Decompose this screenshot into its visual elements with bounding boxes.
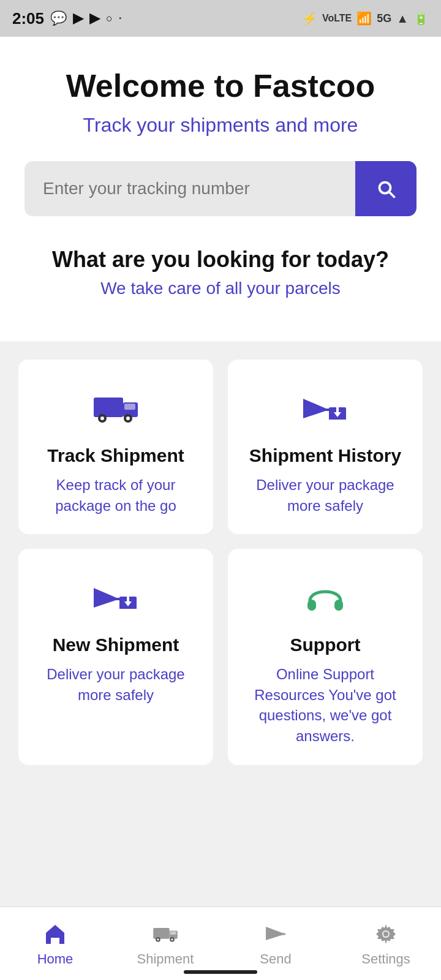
settings-icon [372,921,399,948]
youtube2-icon: ▶ [89,10,100,26]
time-display: 2:05 [12,9,44,28]
battery-icon: 🔋 [413,11,429,26]
tracking-input[interactable] [24,161,355,216]
bluetooth-icon: ⚡ [302,11,317,26]
bottom-nav: Home Shipment Send [0,907,441,980]
svg-point-27 [171,938,173,940]
svg-rect-21 [153,928,169,939]
new-ship-icon [91,573,140,622]
bottom-spacer [0,783,441,869]
svg-rect-12 [329,420,346,422]
card-track-desc: Keep track of your package on the go [33,475,198,516]
search-button[interactable] [355,161,417,216]
card-shipment-history[interactable]: Shipment History Deliver your package mo… [228,360,423,534]
nav-label-settings: Settings [361,951,410,967]
svg-point-32 [383,932,388,937]
truck-icon [91,384,140,433]
section-title: What are you looking for today? [24,247,417,273]
card-history-title: Shipment History [249,445,401,466]
svg-rect-2 [124,404,135,410]
card-new-desc: Deliver your package more safely [33,664,198,705]
card-track-title: Track Shipment [47,445,184,466]
section-subtitle: We take care of all your parcels [24,279,417,298]
nav-item-send[interactable]: Send [221,914,331,973]
volte-icon: VoLTE [322,13,352,24]
wifi-icon: 📶 [356,11,372,26]
history-icon [301,384,350,433]
nav-item-home[interactable]: Home [0,914,110,973]
status-time: 2:05 💬 ▶ ▶ ○ · [12,9,121,28]
status-bar: 2:05 💬 ▶ ▶ ○ · ⚡ VoLTE 📶 5G ▲ 🔋 [0,0,441,37]
svg-point-25 [157,938,159,940]
shipment-nav-icon [152,921,179,948]
svg-point-6 [126,417,130,420]
headphone-icon [304,573,347,622]
status-right-area: ⚡ VoLTE 📶 5G ▲ 🔋 [302,11,429,26]
svg-rect-23 [170,931,176,935]
card-track-shipment[interactable]: Track Shipment Keep track of your packag… [18,360,213,534]
svg-rect-11 [336,407,339,413]
whatsapp-icon: 💬 [50,10,67,26]
svg-rect-20 [334,600,343,611]
circle-icon: ○ [106,12,113,25]
svg-point-4 [100,417,104,420]
youtube-icon: ▶ [73,10,83,26]
card-new-shipment[interactable]: New Shipment Deliver your package more s… [18,549,213,764]
send-icon [262,921,289,948]
app-subtitle: Track your shipments and more [24,114,417,137]
svg-rect-19 [307,600,316,611]
nav-item-settings[interactable]: Settings [331,914,441,973]
cards-grid: Track Shipment Keep track of your packag… [18,360,423,765]
search-icon [375,178,397,200]
search-container [24,161,417,216]
svg-rect-17 [127,597,129,603]
nav-item-shipment[interactable]: Shipment [110,914,221,973]
nav-label-shipment: Shipment [137,951,194,967]
card-support[interactable]: Support Online Support Resources You've … [228,549,423,764]
home-icon [42,921,69,948]
svg-rect-0 [94,398,123,417]
app-title: Welcome to Fastcoo [24,67,417,104]
home-indicator [184,970,257,974]
card-support-desc: Online Support Resources You've got ques… [243,664,408,746]
card-support-title: Support [290,635,361,655]
svg-rect-18 [119,609,137,611]
dot-icon: · [119,13,121,24]
signal-icon: ▲ [396,12,409,26]
card-new-title: New Shipment [53,635,179,655]
cards-area: Track Shipment Keep track of your packag… [0,341,441,783]
main-content: Welcome to Fastcoo Track your shipments … [0,37,441,341]
nav-label-send: Send [260,951,291,967]
card-history-desc: Deliver your package more safely [243,475,408,516]
nav-label-home: Home [37,951,74,967]
5g-icon: 5G [377,12,391,25]
